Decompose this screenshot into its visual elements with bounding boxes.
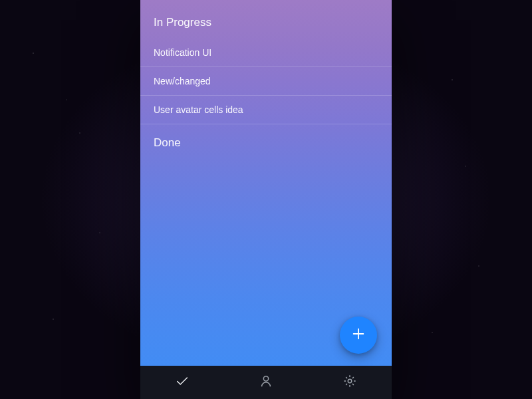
tab-tasks[interactable] [140,366,224,399]
task-item[interactable]: Notification UI [140,39,392,67]
app-screen: In Progress Notification UI New/changed … [140,0,392,366]
svg-point-1 [348,379,352,383]
checkmark-icon [175,374,190,391]
plus-icon [351,327,366,344]
tab-settings[interactable] [308,366,392,399]
person-icon [259,374,273,391]
tab-bar [140,366,392,399]
section-header-done: Done [140,124,392,159]
gear-icon [342,374,357,391]
phone-frame: In Progress Notification UI New/changed … [140,0,392,399]
task-item[interactable]: New/changed [140,67,392,96]
add-button[interactable] [340,317,377,354]
tab-profile[interactable] [224,366,308,399]
section-header-in-progress: In Progress [140,4,392,39]
task-item[interactable]: User avatar cells idea [140,96,392,124]
svg-point-0 [263,376,268,381]
